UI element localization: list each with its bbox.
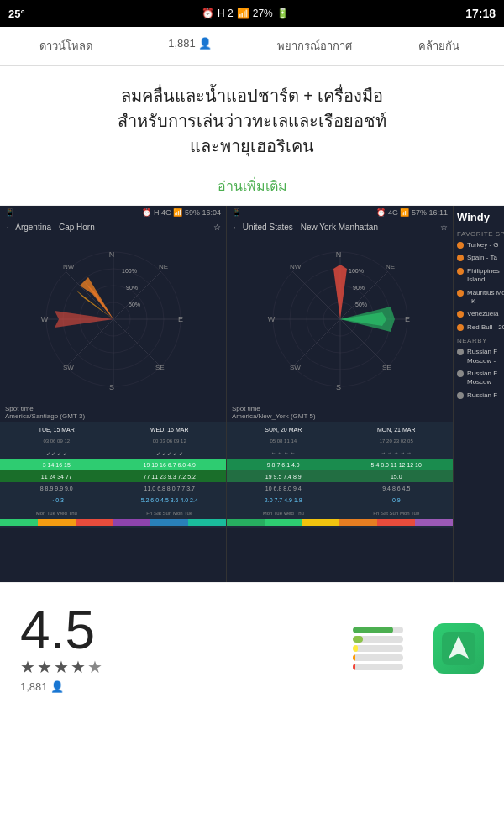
svg-text:100%: 100% xyxy=(349,268,364,274)
rating-bars xyxy=(353,627,403,670)
sc2-topbar: 📱 ⏰ 4G 📶 57% 16:11 xyxy=(227,206,453,219)
star-3: ★ xyxy=(54,657,69,677)
svg-text:NE: NE xyxy=(159,263,168,270)
rating-count: 1,881 👤 xyxy=(20,680,102,693)
windy-title: Windy xyxy=(457,211,504,223)
tab-download[interactable]: ดาวน์โหลด xyxy=(3,27,128,65)
sc1-date-grid: TUE, 15 MAR WED, 16 MAR 03 06 09 12 00 0… xyxy=(0,422,226,528)
rating-bar-1 xyxy=(353,664,403,670)
windy-nearby-1: Russian F Moscow - xyxy=(457,348,504,365)
fav1-dot xyxy=(457,242,464,249)
sc2-date-grid: SUN, 20 MAR MON, 21 MAR 05 08 11 14 17 2… xyxy=(227,422,453,528)
description-section: ลมคลื่นและน้ำแอปชาร์ต + เครื่องมือ สำหรั… xyxy=(0,66,504,205)
star-1: ★ xyxy=(20,657,35,677)
screenshot-1: 📱 ⏰ H 4G 📶 59% 16:04 ← Argentina - Cap H… xyxy=(0,206,227,582)
nearby1-label: Russian F Moscow - xyxy=(467,348,504,365)
app-icon xyxy=(433,623,484,674)
windy-nearby-2: Russian F Moscow xyxy=(457,370,504,387)
tab-weather[interactable]: พยากรณ์อากาศ xyxy=(252,27,376,65)
temperature: 25° xyxy=(8,8,25,20)
tab-bar: ดาวน์โหลด 1,881 👤 พยากรณ์อากาศ คล้ายกัน xyxy=(0,27,504,66)
sc1-topbar: 📱 ⏰ H 4G 📶 59% 16:04 xyxy=(0,206,226,219)
screenshots-section: 📱 ⏰ H 4G 📶 59% 16:04 ← Argentina - Cap H… xyxy=(0,205,504,583)
fav6-label: Red Bull - 2016 xyxy=(467,323,504,332)
svg-text:NE: NE xyxy=(386,263,395,270)
sc2-location: ← United States - New York Manhattan ☆ xyxy=(227,219,453,235)
windy-fav-2: Spain - Ta xyxy=(457,254,504,262)
sc1-location: ← Argentina - Cap Horn ☆ xyxy=(0,219,226,235)
windy-nearby-section: NEARBY xyxy=(457,337,504,344)
nearby2-label: Russian F Moscow xyxy=(467,370,504,387)
fav3-label: Philippines Island xyxy=(467,267,504,285)
star-5: ★ xyxy=(87,657,102,677)
svg-text:90%: 90% xyxy=(353,285,365,291)
battery-icon: 🔋 xyxy=(276,8,289,19)
status-bar: 25° ⏰ H 2 📶 27% 🔋 17:18 xyxy=(0,0,504,27)
rating-bar-2 xyxy=(353,654,403,661)
svg-text:E: E xyxy=(404,315,409,323)
svg-text:50%: 50% xyxy=(355,302,367,307)
wind-rose-svg-2: N S W E NW NE SW SE 100% 90% 50% xyxy=(265,244,416,395)
windy-fav-3: Philippines Island xyxy=(457,267,504,285)
wind-rose-svg-1: N S W E NW NE SW SE 100% 90% xyxy=(38,244,189,395)
sc1-spot-time: Spot timeAmerica/Santiago (GMT-3) xyxy=(0,403,226,422)
fav5-label: Venezuela xyxy=(467,310,498,318)
fav2-label: Spain - Ta xyxy=(467,254,497,262)
svg-text:E: E xyxy=(177,315,182,323)
read-more-button[interactable]: อ่านเพิ่มเติม xyxy=(218,176,287,197)
windy-fav-4: Mauritius Morne - K xyxy=(457,289,504,307)
svg-text:W: W xyxy=(40,315,48,323)
network-icon: H 2 xyxy=(218,8,234,19)
fav2-dot xyxy=(457,255,464,261)
sc2-color-band xyxy=(227,519,453,526)
svg-text:NW: NW xyxy=(290,263,302,270)
windy-fav-6: Red Bull - 2016 xyxy=(457,323,504,332)
nearby3-dot xyxy=(457,392,464,399)
windy-nearby-3: Russian F xyxy=(457,391,504,400)
svg-text:SW: SW xyxy=(290,364,301,371)
svg-text:100%: 100% xyxy=(122,268,137,274)
description-title: ลมคลื่นและน้ำแอปชาร์ต + เครื่องมือ สำหรั… xyxy=(20,83,484,159)
battery-level: 27% xyxy=(253,8,273,19)
fav1-label: Turkey - G xyxy=(467,241,498,249)
nearby2-dot xyxy=(457,370,464,377)
windy-panel: Windy FAVORITE SP Turkey - G Spain - Ta … xyxy=(454,206,504,582)
svg-text:N: N xyxy=(108,250,114,259)
sc2-spot-time: Spot timeAmerica/New_York (GMT-5) xyxy=(227,403,453,422)
clock: 17:18 xyxy=(465,7,496,20)
status-icons: ⏰ H 2 📶 27% 🔋 xyxy=(202,8,289,19)
svg-text:SE: SE xyxy=(155,364,165,371)
svg-text:NW: NW xyxy=(63,263,75,270)
sc1-color-band xyxy=(0,519,226,526)
rating-bar-4 xyxy=(353,636,403,643)
svg-text:N: N xyxy=(335,250,341,259)
svg-text:SE: SE xyxy=(382,364,391,371)
svg-text:50%: 50% xyxy=(129,302,140,307)
sc1-wind-rose: N S W E NW NE SW SE 100% 90% xyxy=(0,235,226,403)
rating-score: 4.5 ★ ★ ★ ★ ★ 1,881 👤 xyxy=(20,603,102,693)
rating-bar-5 xyxy=(353,627,403,633)
fav4-label: Mauritius Morne - K xyxy=(467,289,504,307)
tab-count[interactable]: 1,881 👤 xyxy=(128,27,252,65)
svg-text:90%: 90% xyxy=(126,285,138,291)
star-2: ★ xyxy=(37,657,52,677)
rating-section: 4.5 ★ ★ ★ ★ ★ 1,881 👤 xyxy=(0,583,504,713)
svg-text:S: S xyxy=(335,383,340,391)
screenshot-2: 📱 ⏰ 4G 📶 57% 16:11 ← United States - New… xyxy=(227,206,454,582)
nearby3-label: Russian F xyxy=(467,391,497,400)
fav3-dot xyxy=(457,268,464,275)
rating-stars: ★ ★ ★ ★ ★ xyxy=(20,657,102,677)
star-4: ★ xyxy=(71,657,86,677)
rating-bar-3 xyxy=(353,645,403,652)
fav5-dot xyxy=(457,311,464,318)
svg-text:SW: SW xyxy=(63,364,74,371)
tab-similar[interactable]: คล้ายกัน xyxy=(376,27,501,65)
svg-text:W: W xyxy=(267,315,275,323)
windy-fav-5: Venezuela xyxy=(457,310,504,318)
fav6-dot xyxy=(457,324,464,331)
svg-text:S: S xyxy=(108,383,113,391)
windy-favorite-section: FAVORITE SP xyxy=(457,230,504,238)
alarm-icon: ⏰ xyxy=(202,8,214,19)
signal-bars: 📶 xyxy=(237,8,249,19)
sc2-wind-rose: N S W E NW NE SW SE 100% 90% 50% xyxy=(227,235,453,403)
